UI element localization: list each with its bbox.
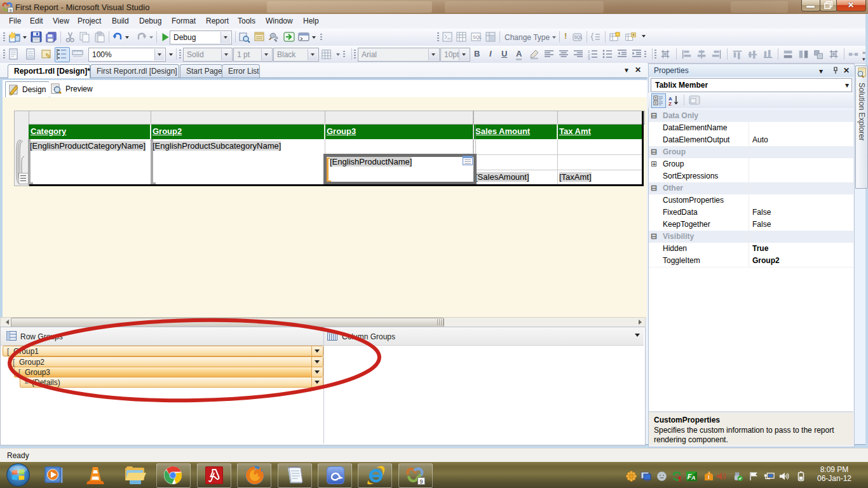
svg-text:!: ! xyxy=(708,474,710,480)
svg-text:A: A xyxy=(691,475,695,481)
svg-text:9: 9 xyxy=(420,478,423,485)
svg-text:Z: Z xyxy=(668,101,672,105)
